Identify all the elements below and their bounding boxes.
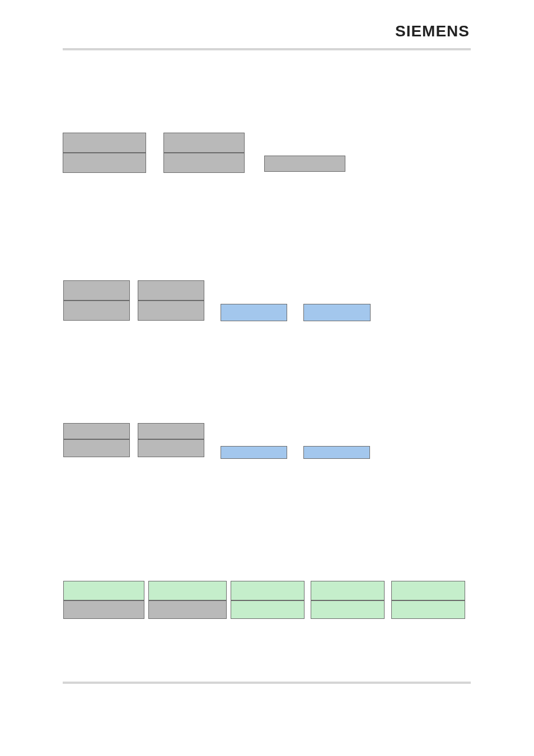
- row4-group5-bottom: [391, 600, 465, 619]
- row4-group2-bottom: [148, 600, 227, 619]
- row2-group3-single: [221, 304, 287, 321]
- row2-group2-bottom: [138, 300, 204, 321]
- row2-group2-top: [138, 280, 204, 300]
- row4-group1-top: [63, 581, 144, 600]
- row1-group2-bottom: [163, 153, 245, 173]
- row4-group5-top: [391, 581, 465, 600]
- row1-group3-single: [264, 156, 345, 172]
- row4-group3-top: [231, 581, 305, 600]
- row3-group4-single: [303, 446, 370, 459]
- footer-divider: [63, 682, 471, 684]
- header-divider: [63, 48, 471, 50]
- row2-group1-top: [63, 280, 130, 300]
- brand-logo: SIEMENS: [395, 22, 470, 40]
- row3-group1-bottom: [63, 439, 130, 457]
- row2-group4-single: [303, 304, 371, 321]
- row3-group2-top: [138, 423, 204, 439]
- row1-group1-bottom: [63, 153, 146, 173]
- row2-group1-bottom: [63, 300, 130, 321]
- row4-group3-bottom: [231, 600, 305, 619]
- row3-group2-bottom: [138, 439, 204, 457]
- row4-group4-bottom: [311, 600, 385, 619]
- row4-group2-top: [148, 581, 227, 600]
- row4-group4-top: [311, 581, 385, 600]
- row4-group1-bottom: [63, 600, 144, 619]
- row3-group1-top: [63, 423, 130, 439]
- row1-group1-top: [63, 133, 146, 153]
- row1-group2-top: [163, 133, 245, 153]
- row3-group3-single: [221, 446, 287, 459]
